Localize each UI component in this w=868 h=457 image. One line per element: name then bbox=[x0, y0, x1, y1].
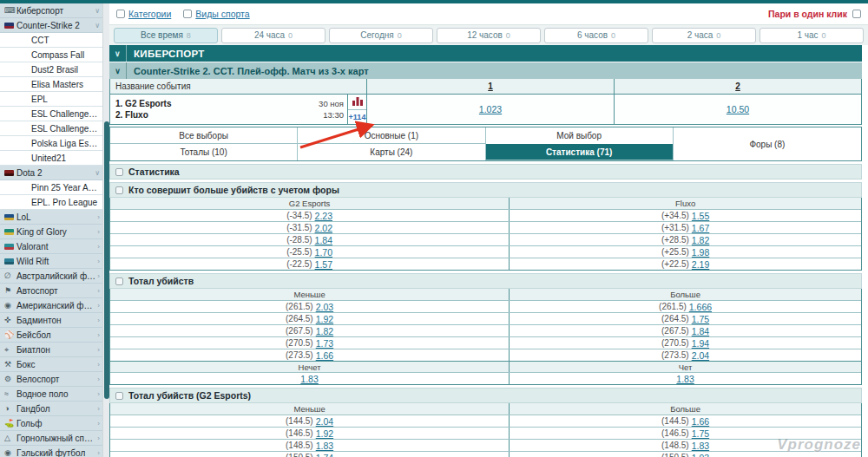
collapse-chevron-icon[interactable]: ∨ bbox=[109, 62, 127, 79]
odds-link[interactable]: 1.70 bbox=[315, 247, 332, 258]
time-filter-button[interactable]: 2 часа 0 bbox=[652, 28, 756, 43]
section-checkbox[interactable] bbox=[115, 277, 123, 285]
sidebar-item[interactable]: LoL › bbox=[0, 210, 102, 225]
odds-link[interactable]: 1.55 bbox=[692, 211, 709, 221]
sidebar-item[interactable]: EPL bbox=[0, 92, 102, 107]
odds-link[interactable]: 1.82 bbox=[692, 235, 709, 245]
odds-link[interactable]: 1.83 bbox=[676, 374, 694, 384]
odds-team-1[interactable]: 1.023 bbox=[479, 104, 502, 114]
sidebar-item[interactable]: CCT bbox=[0, 33, 102, 48]
odds-link[interactable]: 2.19 bbox=[692, 259, 709, 270]
sidebar-item[interactable]: ⌨ Киберспорт ∨ bbox=[0, 3, 102, 18]
odds-link[interactable]: 2.03 bbox=[316, 302, 333, 312]
odds-link[interactable]: 1.57 bbox=[315, 259, 332, 270]
sidebar-item[interactable]: Dust2 Brasil bbox=[0, 62, 102, 77]
time-filter-button[interactable]: 12 часов 0 bbox=[437, 28, 541, 43]
odds-link[interactable]: 1.94 bbox=[692, 338, 709, 349]
sidebar-item[interactable]: ⌖ Биатлон › bbox=[0, 343, 102, 357]
odds-link[interactable]: 2.04 bbox=[316, 416, 333, 427]
section-statistics[interactable]: Статистика bbox=[109, 164, 862, 180]
column-2-link[interactable]: 2 bbox=[735, 82, 740, 91]
sidebar-item[interactable]: Dota 2 ∨ bbox=[0, 166, 102, 180]
sidebar-item[interactable]: United21 bbox=[0, 151, 102, 166]
categories-link[interactable]: Категории bbox=[128, 9, 171, 19]
market-tab[interactable]: Форы (8) bbox=[674, 127, 861, 160]
sports-checkbox[interactable] bbox=[183, 10, 192, 18]
sidebar-item[interactable]: ⚒ Бокс › bbox=[0, 357, 102, 372]
odds-link[interactable]: 1.66 bbox=[692, 416, 709, 427]
chevron-icon: › bbox=[95, 331, 100, 339]
stats-chart-button[interactable] bbox=[348, 95, 366, 110]
odds-link[interactable]: 1.84 bbox=[692, 326, 709, 336]
odds-link[interactable]: 2.02 bbox=[315, 223, 332, 233]
odds-link[interactable]: 1.75 bbox=[692, 428, 709, 439]
more-markets-link[interactable]: +114 bbox=[349, 113, 366, 121]
sidebar-item[interactable]: Compass Fall bbox=[0, 48, 102, 62]
sidebar-item[interactable]: King of Glory › bbox=[0, 225, 102, 239]
odds-link[interactable]: 1.67 bbox=[692, 223, 709, 233]
sidebar-item[interactable]: △ Горнолыжный спорт › bbox=[0, 431, 102, 446]
sidebar-item[interactable]: ⛳ Гольф › bbox=[0, 416, 102, 431]
categories-checkbox[interactable] bbox=[116, 10, 125, 18]
time-filter-button[interactable]: Все время 8 bbox=[114, 28, 218, 43]
sidebar-item[interactable]: Pinn 25 Year Anniversary S... bbox=[0, 180, 102, 195]
time-filter-button[interactable]: 1 час 0 bbox=[760, 28, 864, 43]
odds-link[interactable]: 1.84 bbox=[315, 235, 332, 245]
market-tab[interactable]: Все выборы bbox=[110, 127, 298, 144]
sidebar-item[interactable]: Valorant › bbox=[0, 239, 102, 254]
section-total-kills-g2[interactable]: Тотал убийств (G2 Esports) bbox=[109, 388, 862, 403]
sidebar-item[interactable]: EPL. Pro League bbox=[0, 195, 102, 210]
sidebar-item[interactable]: ⚾ Бейсбол › bbox=[0, 328, 102, 343]
market-tab[interactable]: Карты (24) bbox=[298, 144, 485, 160]
odds-link[interactable]: 1.98 bbox=[692, 247, 709, 258]
section-handicap-kills[interactable]: Кто совершит больше убийств с учетом фор… bbox=[109, 182, 862, 198]
odds-link[interactable]: 1.83 bbox=[300, 374, 318, 384]
odds-link[interactable]: 2.23 bbox=[315, 211, 332, 221]
odds-link[interactable]: 1.75 bbox=[692, 314, 709, 324]
sidebar-item[interactable]: ◑ Гандбол › bbox=[0, 402, 102, 416]
time-filter-button[interactable]: 6 часов 0 bbox=[544, 28, 648, 43]
sport-header[interactable]: ∨ КИБЕРСПОРТ bbox=[109, 45, 862, 62]
collapse-chevron-icon[interactable]: ∨ bbox=[109, 45, 127, 62]
odds-link[interactable]: 1.83 bbox=[692, 441, 709, 451]
odds-link[interactable]: 1.666 bbox=[689, 302, 712, 312]
market-tab[interactable]: Статистика (71) bbox=[486, 144, 674, 160]
one-click-bet-checkbox[interactable] bbox=[852, 10, 861, 18]
section-total-kills[interactable]: Тотал убийств bbox=[109, 273, 862, 289]
sidebar-scrollbar[interactable] bbox=[102, 3, 109, 457]
odds-link[interactable]: 2.04 bbox=[692, 350, 709, 361]
section-checkbox[interactable] bbox=[115, 186, 123, 194]
sidebar-item[interactable]: Polska Liga Esportowa bbox=[0, 136, 102, 151]
column-1-link[interactable]: 1 bbox=[488, 82, 493, 91]
market-tab[interactable]: Основные (1) bbox=[298, 127, 485, 144]
league-header[interactable]: ∨ Counter-Strike 2. CCT. Плей-офф. Матч … bbox=[109, 62, 862, 79]
odds-link[interactable]: 1.82 bbox=[316, 326, 333, 336]
time-filter-button[interactable]: Сегодня 0 bbox=[329, 28, 433, 43]
odds-link[interactable]: 1.92 bbox=[316, 314, 333, 324]
sidebar-item[interactable]: ⚙ Велоспорт › bbox=[0, 372, 102, 387]
sidebar-item[interactable]: Elisa Masters bbox=[0, 77, 102, 92]
section-checkbox[interactable] bbox=[115, 168, 123, 176]
sidebar-item[interactable]: ESL Challenger League bbox=[0, 121, 102, 136]
time-filter-button[interactable]: 24 часа 0 bbox=[221, 28, 326, 43]
sidebar-item[interactable]: Wild Rift › bbox=[0, 254, 102, 269]
odds-link[interactable]: 1.66 bbox=[316, 350, 333, 361]
sidebar-item[interactable]: ∅ Австралийский футбол › bbox=[0, 269, 102, 284]
sidebar-item[interactable]: Counter-Strike 2 ∨ bbox=[0, 18, 102, 33]
sidebar-item[interactable]: ✜ Бадминтон › bbox=[0, 313, 102, 328]
odds-link[interactable]: 1.73 bbox=[316, 338, 333, 349]
market-tab[interactable]: Тоталы (10) bbox=[110, 144, 298, 160]
sports-link[interactable]: Виды спорта bbox=[195, 9, 249, 19]
odds-link[interactable]: 1.93 bbox=[692, 453, 709, 457]
odds-link[interactable]: 1.83 bbox=[316, 441, 333, 451]
sidebar-item[interactable]: ESL Challenger Europe bbox=[0, 107, 102, 121]
sidebar-item[interactable]: ◉ Гэльский футбол › bbox=[0, 446, 102, 457]
sidebar-item[interactable]: ◉ Американский футбол › bbox=[0, 298, 102, 313]
odds-link[interactable]: 1.74 bbox=[316, 453, 333, 457]
sidebar-item[interactable]: ⚑ Автоспорт › bbox=[0, 284, 102, 298]
odds-team-2[interactable]: 10.50 bbox=[727, 104, 749, 114]
odds-link[interactable]: 1.92 bbox=[316, 428, 333, 439]
market-tab[interactable]: Мой выбор bbox=[486, 127, 674, 144]
section-checkbox[interactable] bbox=[115, 392, 123, 400]
sidebar-item[interactable]: ≈ Водное поло › bbox=[0, 387, 102, 402]
